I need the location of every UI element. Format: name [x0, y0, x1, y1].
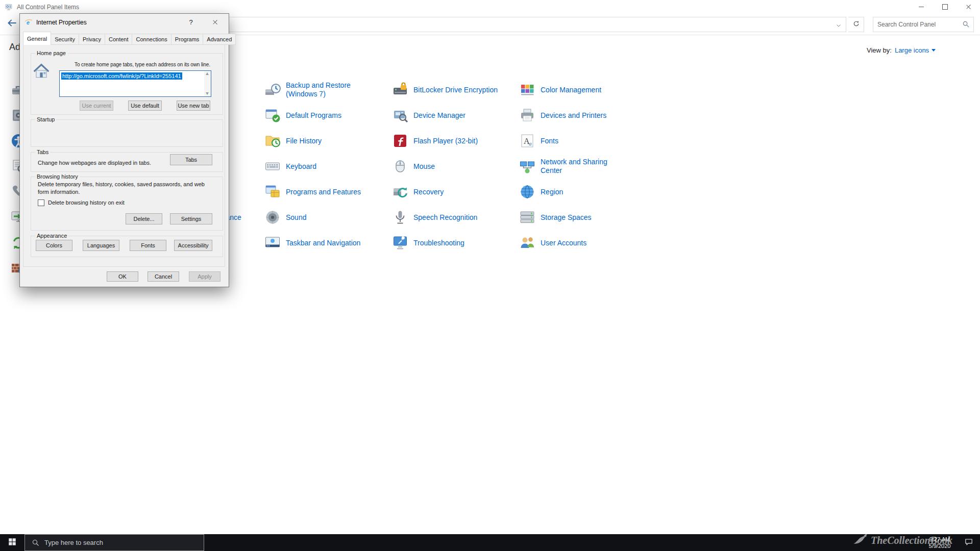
help-icon: ?	[189, 18, 192, 26]
recovery-icon	[392, 184, 408, 200]
clock-date: 5/9/2020	[922, 543, 958, 549]
device-manager-icon	[392, 107, 408, 123]
scroll-up-icon[interactable]	[206, 72, 209, 75]
taskbar-clock[interactable]: 9:27 AM 5/9/2020	[922, 536, 958, 549]
control-panel-item-label: Troubleshooting	[413, 239, 516, 247]
home-page-legend: Home page	[35, 50, 67, 56]
dialog-title: Internet Properties	[36, 19, 87, 26]
troubleshooting-icon	[392, 235, 408, 251]
control-panel-item-bitlocker-drive-encryption[interactable]: BitLocker Drive Encryption	[392, 79, 517, 101]
dialog-tab-general[interactable]: General	[23, 32, 51, 45]
control-panel-item-programs-and-features[interactable]: Programs and Features	[264, 181, 389, 203]
appearance-legend: Appearance	[35, 233, 68, 239]
control-panel-item-network-and-sharing-center[interactable]: Network and Sharing Center	[519, 155, 644, 178]
ok-button[interactable]: OK	[107, 271, 138, 282]
delete-browsing-history-label: Delete browsing history on exit	[48, 199, 125, 206]
control-panel-item-label: Recovery	[413, 188, 516, 196]
backup-restore-icon	[264, 82, 281, 98]
taskbar-search-input[interactable]: Type here to search	[24, 534, 204, 551]
taskbar: Type here to search 9:27 AM 5/9/2020	[0, 534, 980, 551]
control-panel-item-label: Sound	[286, 213, 388, 222]
control-panel-item-fonts[interactable]: AaFonts	[519, 130, 644, 152]
startup-legend: Startup	[35, 116, 56, 122]
control-panel-item-mouse[interactable]: Mouse	[392, 155, 517, 178]
flash-player-icon	[392, 133, 408, 149]
control-panel-item-backup-and-restore-windows-7[interactable]: Backup and Restore (Windows 7)	[264, 79, 389, 101]
startup-group: Startup	[31, 116, 223, 147]
dialog-close-button[interactable]	[205, 15, 225, 29]
control-panel-item-keyboard[interactable]: Keyboard	[264, 155, 389, 178]
control-panel-item-taskbar-and-navigation[interactable]: Taskbar and Navigation	[264, 232, 389, 254]
dialog-tab-content[interactable]: Content	[105, 34, 133, 45]
delete-button[interactable]: Delete...	[126, 213, 162, 224]
use-default-button[interactable]: Use default	[128, 101, 162, 111]
color-management-icon	[519, 82, 535, 98]
accessibility-button[interactable]: Accessibility	[174, 240, 212, 251]
control-panel-item-user-accounts[interactable]: User Accounts	[519, 232, 644, 254]
programs-features-icon	[264, 184, 281, 200]
tabs-legend: Tabs	[35, 149, 50, 155]
use-current-button[interactable]: Use current	[80, 101, 113, 111]
control-panel-item-label: Speech Recognition	[413, 213, 516, 222]
control-panel-item-storage-spaces[interactable]: Storage Spaces	[519, 206, 644, 229]
dialog-titlebar[interactable]: e Internet Properties ?	[20, 14, 229, 31]
control-panel-item-recovery[interactable]: Recovery	[392, 181, 517, 203]
start-button[interactable]	[0, 534, 24, 551]
fonts-button[interactable]: Fonts	[130, 240, 166, 251]
close-icon	[212, 19, 218, 25]
help-button[interactable]: ?	[182, 15, 200, 29]
speech-recognition-icon	[392, 209, 408, 226]
control-panel-item-color-management[interactable]: Color Management	[519, 79, 644, 101]
scroll-down-icon[interactable]	[206, 92, 209, 95]
control-panel-item-label: Flash Player (32-bit)	[413, 137, 516, 145]
home-page-url-input[interactable]: http://go.microsoft.com/fwlink/p/?LinkId…	[59, 70, 211, 97]
tabs-button[interactable]: Tabs	[170, 154, 212, 165]
browsing-history-text: Delete temporary files, history, cookies…	[38, 181, 205, 196]
control-panel-item-troubleshooting[interactable]: Troubleshooting	[392, 232, 517, 254]
dialog-tab-advanced[interactable]: Advanced	[203, 34, 236, 45]
textbox-scrollbar[interactable]	[204, 71, 211, 96]
sound-icon	[264, 209, 281, 226]
use-new-tab-button[interactable]: Use new tab	[177, 101, 210, 111]
control-panel-item-device-manager[interactable]: Device Manager	[392, 104, 517, 127]
control-panel-item-label: BitLocker Drive Encryption	[413, 86, 516, 94]
control-panel-item-label: Taskbar and Navigation	[286, 239, 388, 247]
control-panel-item-label: Network and Sharing Center	[541, 158, 643, 175]
control-panel-item-speech-recognition[interactable]: Speech Recognition	[392, 206, 517, 229]
control-panel-item-label: Mouse	[413, 162, 516, 171]
control-panel-item-file-history[interactable]: File History	[264, 130, 389, 152]
control-panel-item-devices-and-printers[interactable]: Devices and Printers	[519, 104, 644, 127]
bitlocker-icon	[392, 82, 408, 98]
control-panel-item-label: Region	[541, 188, 643, 196]
dialog-tab-connections[interactable]: Connections	[132, 34, 171, 45]
devices-printers-icon	[519, 107, 535, 123]
home-page-url-text: http://go.microsoft.com/fwlink/p/?LinkId…	[61, 72, 182, 80]
cancel-button[interactable]: Cancel	[148, 271, 179, 282]
dialog-tab-security[interactable]: Security	[51, 34, 79, 45]
control-panel-item-label: Default Programs	[286, 111, 388, 120]
dialog-tab-privacy[interactable]: Privacy	[79, 34, 105, 45]
dialog-tab-programs[interactable]: Programs	[172, 34, 204, 45]
svg-text:a: a	[529, 140, 532, 146]
control-panel-item-region[interactable]: Region	[519, 181, 644, 203]
control-panel-item-default-programs[interactable]: Default Programs	[264, 104, 389, 127]
general-tab-page: Home page To create home page tabs, type…	[23, 44, 225, 267]
delete-browsing-history-checkbox[interactable]	[38, 199, 44, 206]
action-center-button[interactable]	[958, 534, 980, 551]
search-icon	[32, 539, 40, 547]
internet-properties-dialog: e Internet Properties ? GeneralSecurityP…	[19, 13, 229, 287]
settings-button[interactable]: Settings	[170, 213, 212, 224]
action-center-icon	[964, 537, 973, 548]
internet-explorer-icon: e	[24, 18, 33, 27]
control-panel-item-label: Programs and Features	[286, 188, 388, 196]
clock-time: 9:27 AM	[922, 536, 958, 543]
colors-button[interactable]: Colors	[36, 240, 72, 251]
desktop: All Control Panel Items Search Control P…	[0, 0, 980, 551]
apply-button[interactable]: Apply	[189, 271, 220, 282]
control-panel-item-label: Keyboard	[286, 162, 388, 171]
control-panel-item-flash-player-32-bit[interactable]: Flash Player (32-bit)	[392, 130, 517, 152]
languages-button[interactable]: Languages	[83, 240, 119, 251]
control-panel-item-label: Device Manager	[413, 111, 516, 120]
control-panel-item-sound[interactable]: Sound	[264, 206, 389, 229]
mouse-icon	[392, 158, 408, 174]
